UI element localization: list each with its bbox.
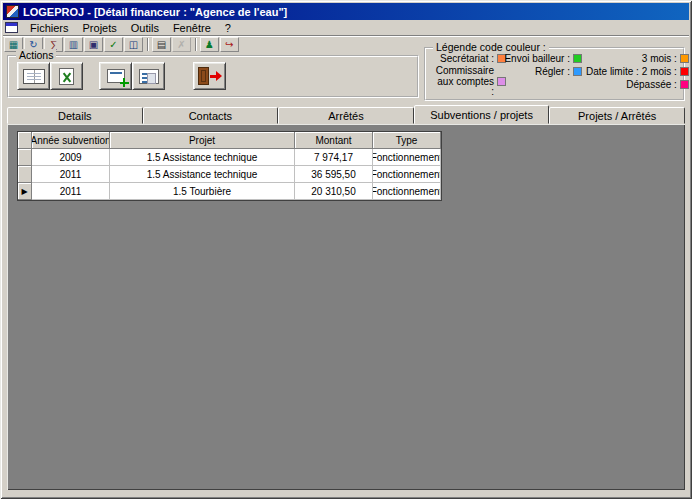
- add-form-icon: [107, 69, 125, 83]
- tab-contacts-label: Contacts: [189, 110, 232, 122]
- legend-swatch-regler: [573, 67, 582, 76]
- detail-button[interactable]: [132, 62, 165, 90]
- toolbar-chart-button[interactable]: ▥: [64, 37, 83, 52]
- toolbar-separator: [147, 38, 148, 51]
- legend-col-3: 3 mois : Date limite : 2 mois : Dépassée…: [586, 53, 689, 96]
- cell-projet-1[interactable]: 1.5 Assistance technique: [110, 166, 295, 183]
- detail-form-icon: [139, 69, 159, 84]
- tab-contacts[interactable]: Contacts: [143, 107, 279, 124]
- cell-annee-2[interactable]: 2011: [32, 183, 110, 200]
- legend-item-2mois: Date limite : 2 mois :: [586, 66, 689, 77]
- tab-projets-arretes[interactable]: Projets / Arrêtés: [549, 107, 685, 124]
- exit-button[interactable]: [193, 62, 226, 90]
- list-icon: ▤: [157, 40, 166, 50]
- toolbar-save-button[interactable]: ▣: [84, 37, 103, 52]
- toolbar-delete-button: ✗: [172, 37, 191, 52]
- toolbar-list-button[interactable]: ▤: [152, 37, 171, 52]
- legend-swatch-commissaire: [497, 77, 506, 86]
- toolbar-contacts-button[interactable]: ◫: [124, 37, 143, 52]
- row-selector-0[interactable]: [18, 149, 32, 166]
- legend-label-secretariat: Secrétariat :: [440, 53, 494, 64]
- row-selector-2-current[interactable]: ▶: [18, 183, 32, 200]
- row-selector-1[interactable]: [18, 166, 32, 183]
- menu-help[interactable]: ?: [218, 21, 238, 35]
- app-icon[interactable]: [6, 5, 19, 18]
- legend-item-depassee: Dépassée :: [586, 79, 689, 90]
- tab-details[interactable]: Details: [7, 107, 143, 124]
- menu-projets[interactable]: Projets: [76, 21, 124, 35]
- tab-details-label: Details: [58, 110, 92, 122]
- legend-item-commissaire: Commissaire aux comptes :: [432, 66, 506, 98]
- excel-export-icon: [59, 68, 74, 85]
- subventions-grid: Année subvention Projet Montant Type 200…: [17, 131, 442, 201]
- contacts-icon: ◫: [129, 40, 138, 50]
- legend-label-3mois: 3 mois :: [642, 53, 677, 64]
- save-icon: ▣: [89, 40, 98, 50]
- menu-fichiers[interactable]: Fichiers: [23, 21, 76, 35]
- legend-swatch-envoi-bailleur: [573, 54, 582, 63]
- legend-label-commissaire: Commissaire aux comptes :: [432, 66, 494, 98]
- cell-projet-0[interactable]: 1.5 Assistance technique: [110, 149, 295, 166]
- tab-arretes-label: Arrêtés: [328, 110, 363, 122]
- add-button[interactable]: [99, 62, 132, 90]
- export-excel-button[interactable]: [50, 62, 83, 90]
- cell-type-1[interactable]: Fonctionnement: [373, 166, 441, 183]
- tab-arretes[interactable]: Arrêtés: [278, 107, 414, 124]
- legend-group: Légende code couleur : Secrétariat : Com…: [424, 47, 685, 101]
- cell-montant-2[interactable]: 20 310,50: [295, 183, 373, 200]
- legend-item-secretariat: Secrétariat :: [432, 53, 506, 64]
- col-header-projet[interactable]: Projet: [110, 132, 295, 149]
- toolbar-validate-button[interactable]: ✓: [104, 37, 123, 52]
- table-icon: ▦: [9, 40, 18, 50]
- menu-outils[interactable]: Outils: [124, 21, 166, 35]
- refresh-icon: ↻: [29, 40, 37, 50]
- col-header-type[interactable]: Type: [373, 132, 441, 149]
- cell-type-0[interactable]: Fonctionnement: [373, 149, 441, 166]
- chart-icon: ▥: [69, 40, 78, 50]
- user-icon: ♟: [205, 40, 214, 50]
- col-header-annee[interactable]: Année subvention: [32, 132, 110, 149]
- title-bar[interactable]: LOGEPROJ - [Détail financeur : "Agence d…: [3, 3, 689, 20]
- tab-projets-arretes-label: Projets / Arrêtés: [578, 110, 656, 122]
- tab-page-subventions: Année subvention Projet Montant Type 200…: [7, 124, 685, 490]
- exit-icon: ↪: [225, 40, 233, 50]
- cell-montant-0[interactable]: 7 974,17: [295, 149, 373, 166]
- cell-projet-2[interactable]: 1.5 Tourbière: [110, 183, 295, 200]
- mdi-child-icon[interactable]: [5, 22, 18, 33]
- legend-label-date-limite: Date limite :: [586, 66, 639, 77]
- legend-swatch-depassee: [680, 80, 689, 89]
- legend-swatch-2mois: [680, 67, 689, 76]
- legend-columns: Secrétariat : Commissaire aux comptes : …: [432, 53, 678, 96]
- legend-label-depassee: Dépassée :: [626, 79, 677, 90]
- cell-annee-0[interactable]: 2009: [32, 149, 110, 166]
- legend-swatch-3mois: [680, 54, 689, 63]
- grid-corner-cell: [18, 132, 32, 149]
- legend-label-envoi-bailleur: Envoi bailleur :: [504, 53, 570, 64]
- validate-icon: ✓: [109, 40, 117, 50]
- actions-group: Actions: [7, 55, 419, 98]
- delete-icon: ✗: [177, 40, 185, 50]
- cell-annee-1[interactable]: 2011: [32, 166, 110, 183]
- legend-label-2mois: 2 mois :: [642, 66, 677, 77]
- menu-fenetre[interactable]: Fenêtre: [166, 21, 218, 35]
- tab-strip: Details Contacts Arrêtés Subventions / p…: [7, 105, 685, 124]
- cell-type-2[interactable]: Fonctionnement: [373, 183, 441, 200]
- col-header-montant[interactable]: Montant: [295, 132, 373, 149]
- toolbar-user-button[interactable]: ♟: [200, 37, 219, 52]
- report-book-icon: [23, 69, 45, 84]
- tab-subventions-projets[interactable]: Subventions / projets: [414, 105, 550, 124]
- tab-subventions-label: Subventions / projets: [430, 109, 533, 121]
- exit-door-icon: [197, 67, 222, 85]
- legend-group-label: Légende code couleur :: [433, 41, 549, 53]
- report-button[interactable]: [17, 62, 50, 90]
- toolbar-separator: [195, 38, 196, 51]
- legend-item-3mois: 3 mois :: [586, 53, 689, 64]
- toolbar-exit-button[interactable]: ↪: [220, 37, 239, 52]
- actions-group-label: Actions: [16, 49, 56, 61]
- legend-label-regler: Régler :: [535, 66, 570, 77]
- legend-col-1: Secrétariat : Commissaire aux comptes :: [432, 53, 506, 96]
- window-title: LOGEPROJ - [Détail financeur : "Agence d…: [23, 6, 287, 18]
- sum-icon: ∑: [50, 40, 57, 50]
- cell-montant-1[interactable]: 36 595,50: [295, 166, 373, 183]
- legend-item-regler: Régler :: [506, 66, 582, 77]
